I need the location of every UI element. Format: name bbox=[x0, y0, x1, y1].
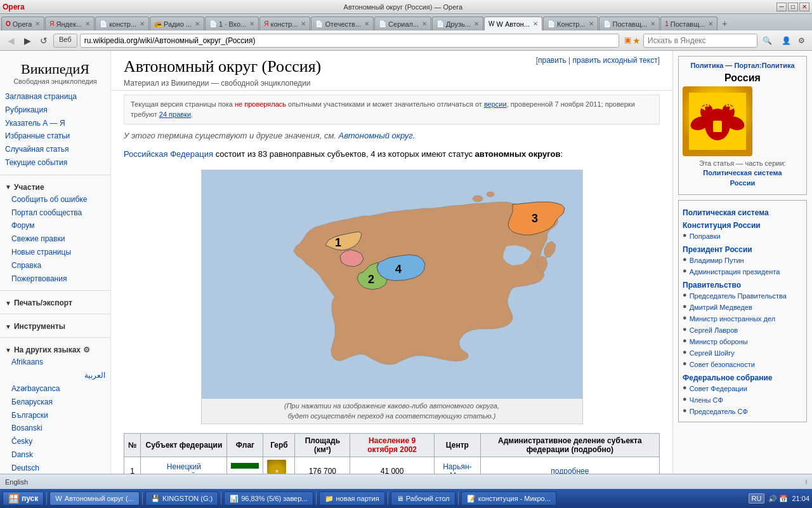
sidebar-link-recent[interactable]: Свежие правки bbox=[5, 232, 105, 246]
tab-6[interactable]: Я констр... ✕ bbox=[259, 17, 310, 30]
tab-close[interactable]: ✕ bbox=[85, 20, 90, 27]
lang-afrikaans[interactable]: Afrikaans bbox=[5, 356, 105, 369]
tab-close[interactable]: ✕ bbox=[140, 20, 145, 27]
lang-bulgarian[interactable]: Български bbox=[5, 409, 105, 422]
navbox-link-defence[interactable]: Министр обороны bbox=[690, 338, 748, 345]
lang-badge[interactable]: RU bbox=[749, 493, 765, 504]
navbox-link-fed[interactable]: Федеральное собрание bbox=[683, 373, 802, 382]
lang-arabic[interactable]: العربية bbox=[5, 369, 105, 382]
tab-11[interactable]: 📄 Констр... ✕ bbox=[543, 17, 598, 30]
navbox-link-admin[interactable]: Администрация президента bbox=[690, 268, 780, 276]
navbox-link-lavrov[interactable]: Сергей Лавров bbox=[690, 326, 738, 334]
edit-link[interactable]: править bbox=[538, 56, 566, 65]
search-input[interactable] bbox=[643, 34, 757, 48]
tab-9[interactable]: 📄 Друзь... ✕ bbox=[432, 17, 483, 30]
lang-bosnian[interactable]: Bosanski bbox=[5, 422, 105, 435]
settings-icon[interactable]: ⚙ bbox=[794, 34, 808, 48]
start-button[interactable]: 🪟 пуск bbox=[3, 491, 44, 505]
bookmark-icon[interactable]: ★ bbox=[632, 36, 641, 46]
sidebar-link-events[interactable]: Текущие события bbox=[5, 156, 105, 170]
tab-13[interactable]: 1 Поставщ... ✕ bbox=[660, 17, 717, 30]
sidebar-link-main[interactable]: Заглавная страница bbox=[5, 90, 105, 104]
tab-close[interactable]: ✕ bbox=[474, 20, 479, 27]
edit-source-link[interactable]: править исходный текст bbox=[572, 56, 657, 65]
navbox-link-constitution[interactable]: Конституция России bbox=[683, 221, 802, 230]
lang-settings-icon[interactable]: ⚙ bbox=[83, 345, 90, 354]
sidebar-link-rubrics[interactable]: Рубрикация bbox=[5, 104, 105, 117]
tools-header[interactable]: ▼ Инструменты bbox=[5, 319, 105, 332]
tab-close[interactable]: ✕ bbox=[301, 20, 306, 27]
tab-close[interactable]: ✕ bbox=[589, 20, 594, 27]
sidebar-link-random[interactable]: Случайная статья bbox=[5, 143, 105, 156]
sidebar-link-donate[interactable]: Пожертвования bbox=[5, 272, 105, 286]
navbox-link-sf[interactable]: Совет Федерации bbox=[690, 385, 747, 392]
taskbar-progress[interactable]: 📊 96,83% (5/6) завер... bbox=[224, 491, 313, 505]
search-button[interactable]: 🔍 bbox=[760, 34, 774, 48]
navbox-link-polsys[interactable]: Политическая система bbox=[683, 208, 802, 217]
lang-danish[interactable]: Dansk bbox=[5, 448, 105, 462]
russia-map[interactable]: .russia-bg { fill: #c8956a; stroke: #888… bbox=[202, 170, 582, 399]
sidebar-link-index[interactable]: Указатель А — Я bbox=[5, 117, 105, 130]
navbox-link-president[interactable]: Президент России bbox=[683, 245, 802, 254]
tab-3[interactable]: 📄 констр... ✕ bbox=[95, 17, 149, 30]
close-button[interactable]: ✕ bbox=[799, 3, 809, 11]
sidebar-link-report[interactable]: Сообщить об ошибке bbox=[5, 193, 105, 206]
sidebar-link-help[interactable]: Справка bbox=[5, 259, 105, 272]
taskbar-kingston[interactable]: 💾 KINGSTON (G:) bbox=[145, 491, 218, 505]
tab-5[interactable]: 📄 1 · Вхо... ✕ bbox=[205, 17, 259, 30]
navbox-link-speaker[interactable]: Председатель СФ bbox=[690, 408, 748, 415]
navbox-link-fm[interactable]: Министр иностранных дел bbox=[690, 315, 776, 323]
subject-link-1[interactable]: Ненецкий автономный округ bbox=[152, 462, 216, 474]
political-system-link[interactable]: Политическая системаРоссии bbox=[703, 169, 782, 186]
user-icon[interactable]: 👤 bbox=[779, 34, 793, 48]
tab-opera[interactable]: O Opera ✕ bbox=[1, 17, 44, 30]
navbox-link-amendments[interactable]: Поправки bbox=[690, 232, 721, 240]
tab-close[interactable]: ✕ bbox=[364, 20, 369, 27]
back-button[interactable]: ◀ bbox=[4, 34, 18, 48]
notice-edits-link[interactable]: 24 правки bbox=[159, 110, 191, 118]
tab-7[interactable]: 📄 Отечеств... ✕ bbox=[311, 17, 374, 30]
navbox-link-members[interactable]: Члены СФ bbox=[690, 396, 723, 404]
navbox-link-putin[interactable]: Владимир Путин bbox=[690, 257, 744, 264]
minimize-button[interactable]: ─ bbox=[776, 3, 787, 11]
address-input[interactable] bbox=[80, 34, 619, 48]
navbox-link-security[interactable]: Совет безопасности bbox=[690, 361, 755, 368]
taskbar-constitution[interactable]: 📝 конституция - Микро... bbox=[461, 491, 556, 505]
tab-4[interactable]: 📻 Радио ... ✕ bbox=[150, 17, 204, 30]
web-button[interactable]: Веб bbox=[53, 34, 77, 48]
taskbar-newparty[interactable]: 📁 новая партия bbox=[319, 491, 385, 505]
navbox-link-medvedev[interactable]: Дмитрий Медведев bbox=[690, 304, 752, 311]
sidebar-link-featured[interactable]: Избранные статьи bbox=[5, 130, 105, 143]
tab-close-active[interactable]: ✕ bbox=[533, 20, 538, 27]
tab-8[interactable]: 📄 Сериал... ✕ bbox=[374, 17, 431, 30]
print-header[interactable]: ▼ Печать/экспорт bbox=[5, 296, 105, 309]
tab-wiki-active[interactable]: W W Автон... ✕ bbox=[484, 17, 542, 30]
rf-link[interactable]: Российская Федерация bbox=[124, 149, 213, 159]
maximize-button[interactable]: □ bbox=[788, 3, 798, 11]
tab-yandex[interactable]: Я Яндек... ✕ bbox=[45, 17, 95, 30]
navbox-link-shoigu[interactable]: Сергей Шойгу bbox=[690, 349, 735, 357]
tab-close[interactable]: ✕ bbox=[708, 20, 713, 27]
lang-czech[interactable]: Česky bbox=[5, 435, 105, 448]
reload-button[interactable]: ↺ bbox=[37, 34, 51, 48]
detail-link-1[interactable]: подробнее bbox=[551, 467, 589, 474]
center-link-1[interactable]: Нарьян-Мар bbox=[443, 462, 471, 474]
tab-close[interactable]: ✕ bbox=[650, 20, 655, 27]
politics-portal-link[interactable]: Политика — Портал:Политика bbox=[690, 62, 794, 69]
sidebar-link-forum[interactable]: Форум bbox=[5, 219, 105, 232]
tab-close-opera[interactable]: ✕ bbox=[35, 20, 40, 27]
sidebar-link-new-pages[interactable]: Новые страницы bbox=[5, 246, 105, 259]
lang-belarusian[interactable]: Беларуская bbox=[5, 396, 105, 409]
tab-close[interactable]: ✕ bbox=[422, 20, 427, 27]
tab-12[interactable]: 📄 Поставщ... ✕ bbox=[599, 17, 660, 30]
languages-header[interactable]: ▼ На других языках ⚙ bbox=[5, 343, 105, 356]
navbox-link-gov[interactable]: Правительство bbox=[683, 281, 802, 290]
tab-close[interactable]: ✕ bbox=[249, 20, 254, 27]
taskbar-desktop[interactable]: 🖥 Рабочий стол bbox=[391, 491, 455, 505]
sidebar-link-portal[interactable]: Портал сообщества bbox=[5, 206, 105, 220]
navbox-link-pm[interactable]: Председатель Правительства bbox=[690, 292, 787, 300]
forward-button[interactable]: ▶ bbox=[20, 34, 34, 48]
tab-close[interactable]: ✕ bbox=[195, 20, 200, 27]
taskbar-wiki[interactable]: W Автономный округ (... bbox=[49, 491, 140, 505]
notice-version-link[interactable]: версии bbox=[484, 100, 507, 108]
